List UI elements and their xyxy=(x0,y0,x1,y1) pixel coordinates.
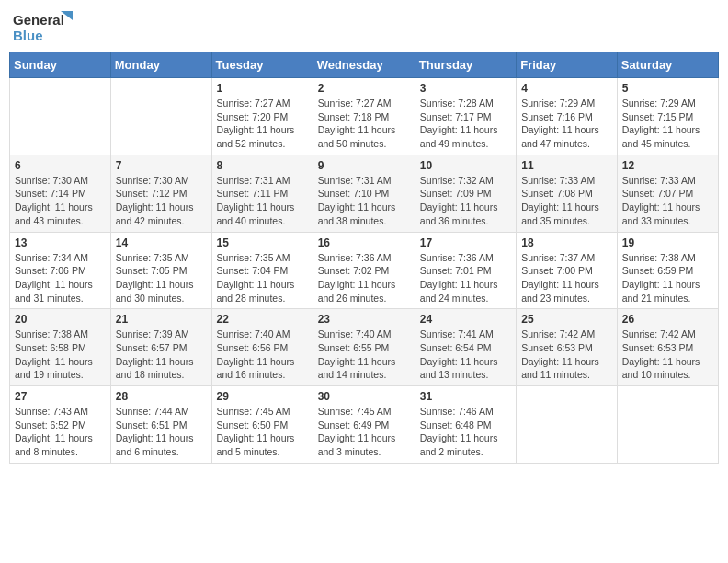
day-info: Sunrise: 7:34 AM Sunset: 7:06 PM Dayligh… xyxy=(15,251,106,305)
calendar-table: SundayMondayTuesdayWednesdayThursdayFrid… xyxy=(9,52,719,464)
day-number: 31 xyxy=(420,390,511,403)
day-number: 12 xyxy=(622,159,713,172)
calendar-week-row: 6Sunrise: 7:30 AM Sunset: 7:14 PM Daylig… xyxy=(10,155,719,232)
calendar-cell: 16Sunrise: 7:36 AM Sunset: 7:02 PM Dayli… xyxy=(313,232,415,309)
day-number: 25 xyxy=(521,313,612,326)
calendar-cell: 24Sunrise: 7:41 AM Sunset: 6:54 PM Dayli… xyxy=(415,309,516,386)
day-info: Sunrise: 7:27 AM Sunset: 7:18 PM Dayligh… xyxy=(318,97,410,151)
calendar-cell: 11Sunrise: 7:33 AM Sunset: 7:08 PM Dayli… xyxy=(517,155,618,232)
day-info: Sunrise: 7:29 AM Sunset: 7:16 PM Dayligh… xyxy=(521,97,612,151)
day-info: Sunrise: 7:32 AM Sunset: 7:09 PM Dayligh… xyxy=(420,174,511,228)
day-info: Sunrise: 7:30 AM Sunset: 7:14 PM Dayligh… xyxy=(15,174,106,228)
calendar-cell: 14Sunrise: 7:35 AM Sunset: 7:05 PM Dayli… xyxy=(110,232,211,309)
day-info: Sunrise: 7:45 AM Sunset: 6:49 PM Dayligh… xyxy=(318,405,410,459)
day-number: 30 xyxy=(318,390,410,403)
day-number: 24 xyxy=(420,313,511,326)
day-number: 8 xyxy=(217,159,308,172)
calendar-cell: 1Sunrise: 7:27 AM Sunset: 7:20 PM Daylig… xyxy=(211,78,313,155)
calendar-cell: 26Sunrise: 7:42 AM Sunset: 6:53 PM Dayli… xyxy=(617,309,718,386)
day-info: Sunrise: 7:40 AM Sunset: 6:56 PM Dayligh… xyxy=(217,327,308,382)
calendar-cell xyxy=(10,78,111,155)
day-of-week-header: Friday xyxy=(517,52,618,78)
calendar-cell: 4Sunrise: 7:29 AM Sunset: 7:16 PM Daylig… xyxy=(517,78,618,155)
day-info: Sunrise: 7:41 AM Sunset: 6:54 PM Dayligh… xyxy=(420,327,511,382)
day-info: Sunrise: 7:37 AM Sunset: 7:00 PM Dayligh… xyxy=(521,251,612,305)
day-info: Sunrise: 7:40 AM Sunset: 6:55 PM Dayligh… xyxy=(318,327,410,382)
calendar-cell: 31Sunrise: 7:46 AM Sunset: 6:48 PM Dayli… xyxy=(415,386,516,464)
calendar-header-row: SundayMondayTuesdayWednesdayThursdayFrid… xyxy=(10,52,719,78)
calendar-cell: 28Sunrise: 7:44 AM Sunset: 6:51 PM Dayli… xyxy=(110,386,211,464)
calendar-cell: 9Sunrise: 7:31 AM Sunset: 7:10 PM Daylig… xyxy=(313,155,415,232)
day-info: Sunrise: 7:35 AM Sunset: 7:04 PM Dayligh… xyxy=(217,251,308,305)
svg-text:Blue: Blue xyxy=(13,28,43,43)
calendar-cell: 5Sunrise: 7:29 AM Sunset: 7:15 PM Daylig… xyxy=(617,78,718,155)
calendar-cell: 29Sunrise: 7:45 AM Sunset: 6:50 PM Dayli… xyxy=(211,386,313,464)
calendar-cell: 15Sunrise: 7:35 AM Sunset: 7:04 PM Dayli… xyxy=(211,232,313,309)
calendar-cell: 21Sunrise: 7:39 AM Sunset: 6:57 PM Dayli… xyxy=(110,309,211,386)
svg-text:General: General xyxy=(13,12,64,28)
calendar-cell xyxy=(517,386,618,464)
day-number: 6 xyxy=(15,159,106,172)
calendar-cell: 6Sunrise: 7:30 AM Sunset: 7:14 PM Daylig… xyxy=(10,155,111,232)
day-number: 20 xyxy=(15,313,106,326)
day-number: 21 xyxy=(116,313,207,326)
calendar-cell: 10Sunrise: 7:32 AM Sunset: 7:09 PM Dayli… xyxy=(415,155,516,232)
calendar-cell: 7Sunrise: 7:30 AM Sunset: 7:12 PM Daylig… xyxy=(110,155,211,232)
calendar-cell: 22Sunrise: 7:40 AM Sunset: 6:56 PM Dayli… xyxy=(211,309,313,386)
day-number: 19 xyxy=(622,236,713,249)
day-of-week-header: Wednesday xyxy=(313,52,415,78)
calendar-cell: 27Sunrise: 7:43 AM Sunset: 6:52 PM Dayli… xyxy=(10,386,111,464)
day-of-week-header: Sunday xyxy=(10,52,111,78)
calendar-cell: 13Sunrise: 7:34 AM Sunset: 7:06 PM Dayli… xyxy=(10,232,111,309)
day-of-week-header: Saturday xyxy=(617,52,718,78)
calendar-cell: 12Sunrise: 7:33 AM Sunset: 7:07 PM Dayli… xyxy=(617,155,718,232)
day-number: 17 xyxy=(420,236,511,249)
day-number: 28 xyxy=(116,390,207,403)
day-number: 7 xyxy=(116,159,207,172)
calendar-cell: 3Sunrise: 7:28 AM Sunset: 7:17 PM Daylig… xyxy=(415,78,516,155)
calendar-cell: 8Sunrise: 7:31 AM Sunset: 7:11 PM Daylig… xyxy=(211,155,313,232)
calendar-cell: 25Sunrise: 7:42 AM Sunset: 6:53 PM Dayli… xyxy=(517,309,618,386)
calendar-week-row: 13Sunrise: 7:34 AM Sunset: 7:06 PM Dayli… xyxy=(10,232,719,309)
day-number: 14 xyxy=(116,236,207,249)
day-number: 15 xyxy=(217,236,308,249)
day-info: Sunrise: 7:46 AM Sunset: 6:48 PM Dayligh… xyxy=(420,405,511,459)
calendar-week-row: 27Sunrise: 7:43 AM Sunset: 6:52 PM Dayli… xyxy=(10,386,719,464)
day-number: 2 xyxy=(318,82,410,95)
day-info: Sunrise: 7:38 AM Sunset: 6:59 PM Dayligh… xyxy=(622,251,713,305)
day-number: 11 xyxy=(521,159,612,172)
day-info: Sunrise: 7:43 AM Sunset: 6:52 PM Dayligh… xyxy=(15,405,106,459)
day-info: Sunrise: 7:27 AM Sunset: 7:20 PM Dayligh… xyxy=(217,97,308,151)
day-info: Sunrise: 7:42 AM Sunset: 6:53 PM Dayligh… xyxy=(521,327,612,382)
day-number: 3 xyxy=(420,82,511,95)
day-info: Sunrise: 7:36 AM Sunset: 7:02 PM Dayligh… xyxy=(318,251,410,305)
logo-icon: GeneralBlue xyxy=(13,9,77,44)
day-info: Sunrise: 7:30 AM Sunset: 7:12 PM Dayligh… xyxy=(116,174,207,228)
day-number: 27 xyxy=(15,390,106,403)
day-info: Sunrise: 7:29 AM Sunset: 7:15 PM Dayligh… xyxy=(622,97,713,151)
day-info: Sunrise: 7:33 AM Sunset: 7:08 PM Dayligh… xyxy=(521,174,612,228)
calendar-cell: 17Sunrise: 7:36 AM Sunset: 7:01 PM Dayli… xyxy=(415,232,516,309)
calendar-cell: 2Sunrise: 7:27 AM Sunset: 7:18 PM Daylig… xyxy=(313,78,415,155)
day-number: 18 xyxy=(521,236,612,249)
day-number: 23 xyxy=(318,313,410,326)
day-info: Sunrise: 7:31 AM Sunset: 7:10 PM Dayligh… xyxy=(318,174,410,228)
calendar-week-row: 20Sunrise: 7:38 AM Sunset: 6:58 PM Dayli… xyxy=(10,309,719,386)
day-number: 22 xyxy=(217,313,308,326)
day-info: Sunrise: 7:44 AM Sunset: 6:51 PM Dayligh… xyxy=(116,405,207,459)
day-of-week-header: Monday xyxy=(110,52,211,78)
day-number: 9 xyxy=(318,159,410,172)
day-number: 4 xyxy=(521,82,612,95)
day-number: 26 xyxy=(622,313,713,326)
calendar-cell xyxy=(617,386,718,464)
calendar-cell: 18Sunrise: 7:37 AM Sunset: 7:00 PM Dayli… xyxy=(517,232,618,309)
day-number: 10 xyxy=(420,159,511,172)
day-info: Sunrise: 7:38 AM Sunset: 6:58 PM Dayligh… xyxy=(15,327,106,382)
day-info: Sunrise: 7:39 AM Sunset: 6:57 PM Dayligh… xyxy=(116,327,207,382)
calendar-cell: 30Sunrise: 7:45 AM Sunset: 6:49 PM Dayli… xyxy=(313,386,415,464)
day-info: Sunrise: 7:36 AM Sunset: 7:01 PM Dayligh… xyxy=(420,251,511,305)
day-of-week-header: Tuesday xyxy=(211,52,313,78)
day-info: Sunrise: 7:33 AM Sunset: 7:07 PM Dayligh… xyxy=(622,174,713,228)
day-number: 1 xyxy=(217,82,308,95)
day-info: Sunrise: 7:28 AM Sunset: 7:17 PM Dayligh… xyxy=(420,97,511,151)
